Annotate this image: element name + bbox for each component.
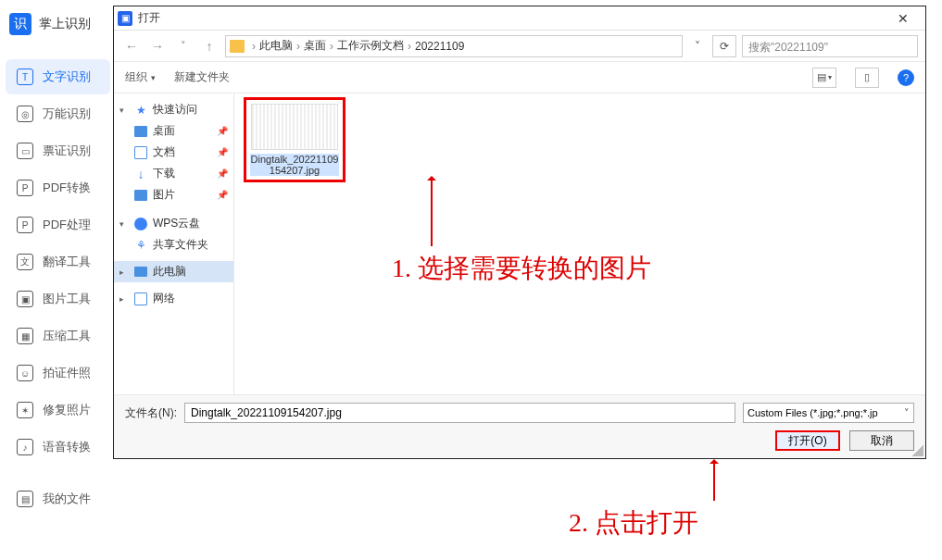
help-button[interactable]: ? [898,69,914,86]
new-folder-button[interactable]: 新建文件夹 [174,69,230,85]
tree-pictures[interactable]: 图片📌 [114,184,233,205]
dialog-title: 打开 [138,10,885,26]
file-item[interactable]: Dingtalk_20221109154207.jpg [244,97,345,182]
breadcrumb[interactable]: › 此电脑 › 桌面 › 工作示例文档 › 20221109 [225,35,683,57]
chevron-down-icon: ˅ [904,407,910,419]
file-list-area[interactable]: Dingtalk_20221109154207.jpg 1. 选择需要转换的图片 [234,93,925,394]
pinned-icon: 📌 [217,190,228,200]
pc-icon [134,266,147,279]
cancel-button[interactable]: 取消 [849,430,914,451]
open-button[interactable]: 打开(O) [775,430,840,451]
desktop-icon [134,125,147,138]
sidebar-item-audio[interactable]: ♪语音转换 [6,429,110,465]
sidebar-item-my-files[interactable]: ▤我的文件 [6,481,110,516]
sidebar-item-compress[interactable]: ▦压缩工具 [6,318,110,354]
pinned-icon: 📌 [217,168,228,179]
tree-documents[interactable]: 文档📌 [114,142,233,163]
sidebar-item-restore[interactable]: ✶修复照片 [6,392,110,428]
breadcrumb-segment[interactable]: 桌面 [304,38,326,54]
sidebar-item-label: 压缩工具 [43,328,91,344]
breadcrumb-segment[interactable]: 此电脑 [259,38,293,54]
sidebar-item-label: 语音转换 [43,439,91,455]
network-icon [134,292,147,305]
forward-button[interactable]: → [147,36,168,56]
tree-downloads[interactable]: ↓下载📌 [114,163,233,184]
pinned-icon: 📌 [217,126,228,136]
preview-pane-button[interactable]: ▯ [855,68,879,88]
file-thumbnail [251,104,338,150]
tree-shared[interactable]: ⚘共享文件夹 [114,234,233,255]
app-menu: T文字识别 ◎万能识别 ▭票证识别 PPDF转换 PPDF处理 文翻译工具 ▣图… [0,48,116,528]
filename-input[interactable] [184,403,735,423]
organize-button[interactable]: 组织▾ [125,69,156,85]
sidebar-item-translate[interactable]: 文翻译工具 [6,244,110,280]
tree-this-pc[interactable]: ▸此电脑 [114,261,233,282]
restore-icon: ✶ [17,402,33,418]
image-icon: ▣ [17,291,33,307]
app-sidebar: 识 掌上识别 T文字识别 ◎万能识别 ▭票证识别 PPDF转换 PPDF处理 文… [0,0,116,560]
sidebar-item-label: 文字识别 [43,68,91,85]
tree-label: 下载 [153,166,175,181]
sidebar-item-label: PDF处理 [43,217,91,233]
chevron-down-icon: ▾ [151,73,156,82]
sidebar-item-pdf-process[interactable]: PPDF处理 [6,207,110,243]
scan-icon: ◎ [17,106,33,122]
tree-quick-access[interactable]: ▾★快速访问 [114,99,233,120]
chevron-right-icon: › [406,40,413,53]
tree-network[interactable]: ▸网络 [114,288,233,309]
wps-icon [134,218,147,230]
sidebar-item-label: 翻译工具 [43,254,91,270]
files-icon: ▤ [17,491,33,507]
chevron-right-icon: › [328,40,335,53]
sidebar-item-pdf-convert[interactable]: PPDF转换 [6,170,110,205]
view-mode-button[interactable]: ▤▾ [812,68,836,88]
sidebar-item-universal[interactable]: ◎万能识别 [6,96,110,131]
pdf-proc-icon: P [17,217,33,233]
sidebar-item-id-photo[interactable]: ☺拍证件照 [6,355,110,391]
breadcrumb-dropdown[interactable]: ˅ [688,40,707,53]
document-icon [134,146,147,159]
file-open-dialog: ▣ 打开 ✕ ← → ˅ ↑ › 此电脑 › 桌面 › 工作示例文档 › 202… [113,6,926,459]
sidebar-item-image-tools[interactable]: ▣图片工具 [6,281,110,317]
ticket-icon: ▭ [17,143,33,159]
pdf-icon: P [17,180,33,196]
breadcrumb-segment[interactable]: 20221109 [415,40,464,53]
tree-label: 网络 [153,291,175,306]
annotation-step2: 2. 点击打开 [569,505,698,541]
dialog-body: ▾★快速访问 桌面📌 文档📌 ↓下载📌 图片📌 ▾WPS云盘 ⚘共享文件夹 ▸此… [114,93,925,394]
back-button[interactable]: ← [121,36,142,56]
dialog-footer: 文件名(N): Custom Files (*.jpg;*.png;*.jp˅ … [114,394,925,458]
chevron-right-icon: ▸ [119,294,129,304]
sidebar-item-text-recognition[interactable]: T文字识别 [6,59,110,94]
chevron-right-icon: › [295,40,302,53]
search-input[interactable]: 搜索"20221109" [742,35,918,57]
sidebar-item-label: 我的文件 [43,491,91,507]
chevron-right-icon: ▸ [119,268,129,277]
sidebar-item-label: 拍证件照 [43,365,91,381]
refresh-button[interactable]: ⟳ [712,35,736,57]
tree-label: 此电脑 [153,264,186,280]
pinned-icon: 📌 [217,147,228,157]
tree-desktop[interactable]: 桌面📌 [114,120,233,142]
breadcrumb-segment[interactable]: 工作示例文档 [337,38,404,54]
pictures-icon [134,189,147,202]
tree-label: 文档 [153,144,175,160]
sidebar-item-ticket[interactable]: ▭票证识别 [6,133,110,168]
up-button[interactable]: ↑ [199,36,220,56]
annotation-step1: 1. 选择需要转换的图片 [392,251,651,286]
recent-dropdown[interactable]: ˅ [173,36,194,56]
tree-label: 快速访问 [153,102,197,118]
resize-grip[interactable] [912,445,923,456]
dialog-icon: ▣ [118,11,132,26]
nav-tree: ▾★快速访问 桌面📌 文档📌 ↓下载📌 图片📌 ▾WPS云盘 ⚘共享文件夹 ▸此… [114,93,234,394]
id-icon: ☺ [17,365,33,381]
app-logo-icon: 识 [9,13,31,35]
tree-wps[interactable]: ▾WPS云盘 [114,213,233,234]
filetype-label: Custom Files (*.jpg;*.png;*.jp [747,407,878,418]
tree-label: 图片 [153,187,175,203]
close-button[interactable]: ✕ [885,11,922,26]
filetype-select[interactable]: Custom Files (*.jpg;*.png;*.jp˅ [743,403,914,423]
compress-icon: ▦ [17,328,33,344]
filename-label: 文件名(N): [125,405,177,421]
app-title-bar: 识 掌上识别 [0,0,116,48]
